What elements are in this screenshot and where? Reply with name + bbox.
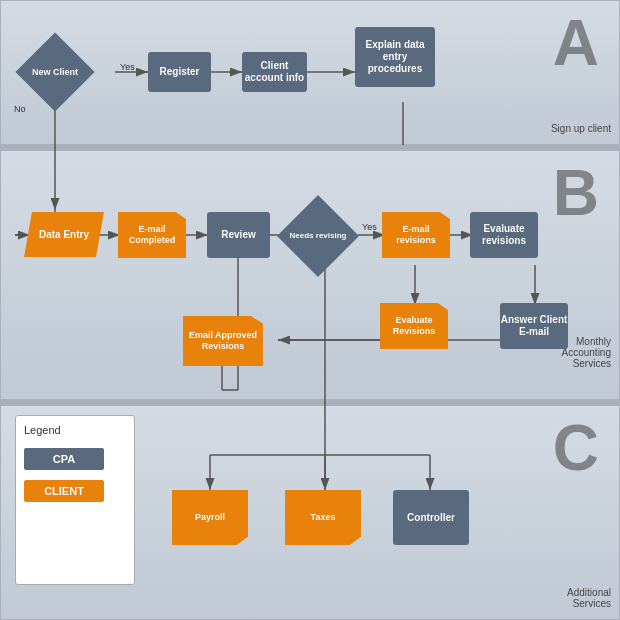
data-entry-label: Data Entry [39, 229, 89, 240]
explain-data-entry-label: Explain data entry procedures [355, 39, 435, 75]
evaluate-revisions-top-label: Evaluate revisions [470, 223, 538, 247]
email-revisions-box: E-mail revisions [382, 212, 450, 258]
section-a-sublabel: Sign up client [551, 123, 611, 134]
taxes-box: Taxes [285, 490, 361, 545]
legend-cpa-item: CPA [24, 448, 104, 470]
section-b-sublabel: Monthly Accounting Services [562, 336, 611, 369]
legend-box: Legend CPA CLIENT [15, 415, 135, 585]
needs-revising-label: Needs revising [290, 231, 347, 241]
divider-bc [0, 400, 620, 405]
data-entry-box: Data Entry [24, 212, 104, 257]
section-b-label: B [553, 156, 599, 230]
divider-ab [0, 145, 620, 150]
register-label: Register [159, 66, 199, 78]
email-completed-label: E-mail Completed [123, 224, 181, 246]
answer-client-email-box: Answer Client E-mail [500, 303, 568, 349]
evaluate-revisions-top-box: Evaluate revisions [470, 212, 538, 258]
evaluate-revisions-mid-box: Evaluate Revisions [380, 303, 448, 349]
legend-title: Legend [24, 424, 126, 436]
yes-label-a: Yes [120, 62, 135, 72]
email-approved-revisions-label: Email Approved Revisions [188, 330, 258, 352]
section-b: B Monthly Accounting Services [0, 150, 620, 400]
taxes-label: Taxes [311, 512, 336, 523]
payroll-label: Payroll [195, 512, 225, 523]
email-completed-box: E-mail Completed [118, 212, 186, 258]
section-a-label: A [553, 6, 599, 80]
answer-client-email-label: Answer Client E-mail [500, 314, 568, 338]
needs-revising-diamond: Needs revising [278, 205, 358, 267]
client-account-info-box: Client account info [242, 52, 307, 92]
register-box: Register [148, 52, 211, 92]
no-label-a: No [14, 104, 26, 114]
email-revisions-label: E-mail revisions [387, 224, 445, 246]
new-client-diamond: New Client [18, 43, 92, 101]
email-approved-revisions-box: Email Approved Revisions [183, 316, 263, 366]
review-label: Review [221, 229, 255, 241]
review-box: Review [207, 212, 270, 258]
new-client-label: New Client [32, 67, 78, 78]
section-c-label: C [553, 411, 599, 485]
payroll-box: Payroll [172, 490, 248, 545]
controller-label: Controller [407, 512, 455, 524]
evaluate-revisions-mid-label: Evaluate Revisions [385, 315, 443, 337]
section-c-sublabel: Additional Services [567, 587, 611, 609]
explain-data-entry-box: Explain data entry procedures [355, 27, 435, 87]
controller-box: Controller [393, 490, 469, 545]
yes-label-b: Yes [362, 222, 377, 232]
client-account-info-label: Client account info [242, 60, 307, 84]
legend-client-item: CLIENT [24, 480, 104, 502]
